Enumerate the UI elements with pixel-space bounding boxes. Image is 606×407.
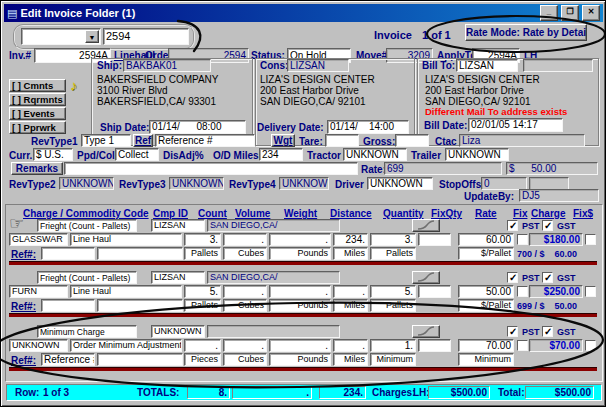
- tractor-field[interactable]: UNKNOWN: [343, 148, 407, 161]
- ref1-field[interactable]: [41, 299, 95, 312]
- commodity-code-field[interactable]: UNKNOWN: [9, 339, 68, 352]
- tare-field[interactable]: [325, 134, 359, 147]
- delivery-date-label: Delivery Date:: [257, 122, 324, 133]
- quantity-field[interactable]: 3.: [370, 233, 416, 246]
- charges-label: Charges:: [372, 387, 415, 398]
- events-button[interactable]: [ ] Events: [9, 107, 66, 120]
- cmnts-button[interactable]: [ ] Cmnts: [9, 79, 66, 92]
- charge-type-field[interactable]: Frieght (Count - Pallets): [37, 271, 137, 284]
- ppdcol-field[interactable]: Collect: [115, 148, 159, 161]
- rate-field[interactable]: 70.00: [458, 339, 514, 352]
- cmp-id-field[interactable]: UNKNOWN: [151, 325, 205, 338]
- rate-lookup-button[interactable]: [412, 325, 440, 338]
- bill-code-field[interactable]: LIZSAN: [456, 59, 518, 72]
- ref-field[interactable]: Reference #: [155, 134, 255, 147]
- fixqty-field[interactable]: [418, 285, 451, 298]
- col-header-weight[interactable]: Weight: [284, 208, 317, 219]
- rate-lookup-button[interactable]: [412, 271, 440, 284]
- commodity-code-field[interactable]: FURN: [9, 285, 68, 298]
- ref-button[interactable]: Ref: [133, 134, 153, 147]
- ref2-field[interactable]: [97, 247, 183, 260]
- trailer-field[interactable]: UNKNOWN: [445, 148, 509, 161]
- ref1-field[interactable]: Reference #: [41, 353, 95, 366]
- minimize-button[interactable]: _: [540, 5, 558, 21]
- cmp-id-field[interactable]: LIZSAN: [151, 271, 205, 284]
- col-header-count[interactable]: Count: [198, 208, 227, 219]
- charge-type-field[interactable]: Frieght (Count - Pallets): [37, 219, 137, 232]
- col-header-distance[interactable]: Distance: [330, 208, 372, 219]
- col-header-charge[interactable]: Charge: [531, 208, 565, 219]
- wgt-button[interactable]: Wgt: [271, 134, 295, 147]
- chevron-down-icon[interactable]: ▼: [85, 30, 99, 43]
- distance-field[interactable]: 234.: [333, 233, 368, 246]
- delivery-date-field[interactable]: 01/14/ 14:00: [327, 120, 409, 134]
- volume-field[interactable]: .: [223, 339, 267, 352]
- count-field[interactable]: 5.: [184, 285, 221, 298]
- volume-field[interactable]: .: [223, 285, 267, 298]
- gross-field[interactable]: [395, 134, 429, 147]
- ref2-field[interactable]: [97, 299, 183, 312]
- commodity-code-field[interactable]: GLASSWAR: [9, 233, 68, 246]
- maximize-button[interactable]: ❐: [561, 5, 579, 21]
- ship-code-field[interactable]: BAKBAK01: [123, 59, 211, 72]
- close-button[interactable]: ✕: [582, 5, 600, 21]
- pst-checkbox[interactable]: [507, 326, 518, 337]
- rqrmnts-button[interactable]: [ ] Rqrmnts: [9, 93, 66, 106]
- col-header-fixqty[interactable]: FixQty: [431, 208, 462, 219]
- rate-mode-button[interactable]: Rate Mode: Rate by Detail: [465, 24, 587, 41]
- pst-checkbox[interactable]: [507, 220, 518, 231]
- cons-code-field[interactable]: LIZSAN: [287, 59, 349, 72]
- count-field[interactable]: 3.: [184, 233, 221, 246]
- remarks-field[interactable]: [64, 162, 358, 175]
- col-header-fix[interactable]: Fix: [513, 208, 527, 219]
- pprwrk-button[interactable]: [ ] Pprwrk: [9, 121, 66, 134]
- quantity-field[interactable]: 5.: [370, 285, 416, 298]
- fix-checkbox[interactable]: [517, 340, 528, 351]
- col-header-volume[interactable]: Volume: [235, 208, 270, 219]
- title-bar[interactable]: ▤ Edit Invoice Folder (1) _ ❐ ✕: [4, 4, 603, 22]
- search-input[interactable]: 2594: [103, 28, 189, 45]
- gst-checkbox[interactable]: [542, 220, 553, 231]
- ship-date-field[interactable]: 01/14/ 08:00: [149, 120, 246, 134]
- pst-checkbox[interactable]: [507, 272, 518, 283]
- revtype1-field[interactable]: Type 1: [81, 134, 131, 147]
- fixqty-field[interactable]: [418, 233, 451, 246]
- col-header-fixs[interactable]: Fix$: [573, 208, 593, 219]
- col-header-rate[interactable]: Rate: [475, 208, 497, 219]
- distance-field[interactable]: .: [333, 339, 368, 352]
- volume-field[interactable]: .: [223, 233, 267, 246]
- quantity-field[interactable]: 1.: [370, 339, 416, 352]
- ref2-field[interactable]: [97, 353, 183, 366]
- col-header-commodity[interactable]: Charge / Commodity Code: [23, 208, 149, 219]
- description-field[interactable]: Line Haul: [70, 233, 182, 246]
- ref1-field[interactable]: [41, 247, 95, 260]
- gst-checkbox[interactable]: [542, 272, 553, 283]
- cmp-id-field[interactable]: LIZSAN: [151, 219, 205, 232]
- description-field[interactable]: Order Minimum Adjustment: [70, 339, 182, 352]
- fixs-checkbox[interactable]: [585, 234, 596, 245]
- driver-field[interactable]: UNKNOWN: [367, 177, 433, 190]
- rate-field[interactable]: 60.00: [458, 233, 514, 246]
- distance-field[interactable]: .: [333, 285, 368, 298]
- curr-field[interactable]: $ U.S.: [33, 148, 73, 161]
- fixqty-field[interactable]: [418, 339, 451, 352]
- charge-type-field[interactable]: Minimum Charge: [37, 325, 137, 338]
- weight-field[interactable]: .: [269, 233, 331, 246]
- fix-checkbox[interactable]: [517, 286, 528, 297]
- rate-field[interactable]: 50.00: [458, 285, 514, 298]
- search-field-selector[interactable]: Order # ▼: [21, 28, 101, 45]
- count-field[interactable]: .: [184, 339, 221, 352]
- col-header-cmp-id[interactable]: Cmp ID: [153, 208, 188, 219]
- description-field[interactable]: Line Haul: [70, 285, 182, 298]
- weight-field[interactable]: .: [269, 285, 331, 298]
- gst-checkbox[interactable]: [542, 326, 553, 337]
- bill-date-field[interactable]: 02/01/05 14:17: [468, 118, 563, 132]
- fixs-checkbox[interactable]: [585, 286, 596, 297]
- col-header-quantity[interactable]: Quantity: [383, 208, 424, 219]
- rate-lookup-button[interactable]: [412, 219, 440, 232]
- fixs-checkbox[interactable]: [585, 340, 596, 351]
- odmiles-field[interactable]: 234: [259, 148, 303, 161]
- weight-field[interactable]: .: [269, 339, 331, 352]
- fix-checkbox[interactable]: [517, 234, 528, 245]
- remarks-button[interactable]: Remarks: [11, 162, 63, 175]
